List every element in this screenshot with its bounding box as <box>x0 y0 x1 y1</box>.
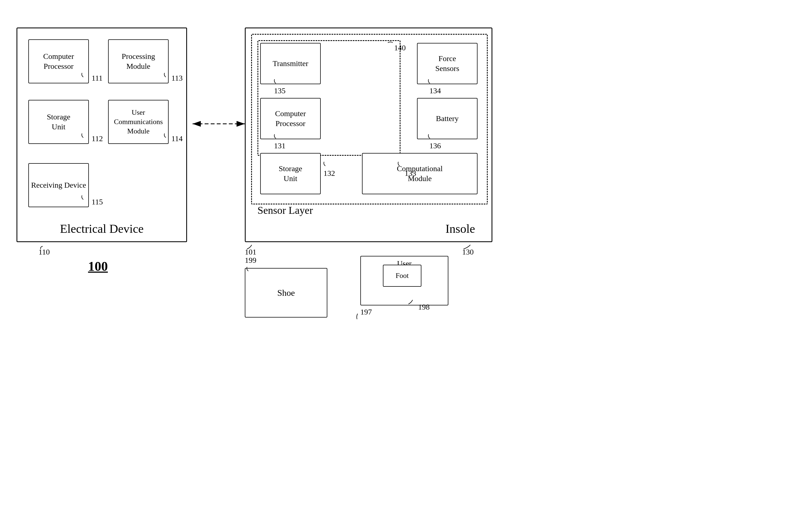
shoe-section: 199 Shoe <box>245 256 327 317</box>
user-inner-box: Foot <box>383 265 422 287</box>
user-outer-ref: 198 <box>418 303 430 312</box>
ed-user-comm-module-label: User Communications Module <box>114 108 163 136</box>
ed-computer-processor-ref: 111 <box>92 74 103 82</box>
il-storage-unit-ref: 132 <box>323 169 335 178</box>
sensor-layer-box: Transmitter 135 Force Sensors 134 Comput… <box>251 34 488 205</box>
il-battery-label: Battery <box>436 114 459 123</box>
sensor-layer-label: Sensor Layer <box>258 204 313 216</box>
il-computational-module-label: Computational Module <box>397 164 443 184</box>
shoe-label: Shoe <box>277 288 295 298</box>
ed-storage-unit-box: Storage Unit <box>28 100 89 144</box>
il-force-sensors-box: Force Sensors <box>417 43 477 84</box>
il-transmitter-label: Transmitter <box>273 59 308 69</box>
ed-storage-unit-ref: 112 <box>92 134 103 143</box>
bottom-section: 199 Shoe User Foot 197 <box>245 256 448 317</box>
il-computer-processor-box: Computer Processor <box>260 98 321 139</box>
ed-computer-processor-box: Computer Processor <box>28 39 89 84</box>
il-transmitter-ref: 135 <box>274 86 286 95</box>
shoe-ref: 199 <box>245 256 256 265</box>
electrical-device-label: Electrical Device <box>60 222 143 236</box>
shoe-box: Shoe <box>245 268 327 317</box>
il-computational-module-ref: 133 <box>404 169 416 178</box>
il-computer-processor-ref: 131 <box>274 141 286 150</box>
il-computer-processor-label: Computer Processor <box>275 109 306 129</box>
il-storage-unit-box: Storage Unit <box>260 153 321 194</box>
user-inner-ref: 197 <box>360 308 372 316</box>
ed-receiving-device-ref: 115 <box>92 198 103 206</box>
il-transmitter-box: Transmitter <box>260 43 321 84</box>
ed-receiving-device-label: Receiving Device <box>31 180 86 190</box>
il-storage-unit-label: Storage Unit <box>279 164 302 184</box>
il-force-sensors-label: Force Sensors <box>435 54 459 74</box>
ed-processing-module-label: Processing Module <box>122 51 155 72</box>
ed-storage-unit-label: Storage Unit <box>47 112 71 132</box>
user-outer-box: User Foot <box>360 256 448 305</box>
ed-user-comm-module-ref: 114 <box>171 134 183 143</box>
ed-processing-module-ref: 113 <box>171 74 183 82</box>
sensor-layer-ref: 140 <box>394 44 406 52</box>
user-section: User Foot 197 <box>360 256 448 317</box>
insole-ref: 130 <box>462 247 474 256</box>
ed-user-comm-module-box: User Communications Module <box>108 100 169 144</box>
insole-inner-ref: 101 <box>245 247 256 256</box>
insole-label: Insole <box>445 222 475 236</box>
insole-box: Transmitter 135 Force Sensors 134 Comput… <box>245 28 492 242</box>
electrical-device-ref: 110 <box>39 247 50 256</box>
electrical-device-box: Computer Processor 111 Processing Module… <box>16 28 187 242</box>
ed-processing-module-box: Processing Module <box>108 39 169 84</box>
il-battery-ref: 136 <box>429 141 441 150</box>
il-battery-box: Battery <box>417 98 477 139</box>
user-inner-label: Foot <box>396 272 409 280</box>
il-force-sensors-ref: 134 <box>429 86 441 95</box>
ed-computer-processor-label: Computer Processor <box>43 51 74 72</box>
il-computational-module-box: Computational Module <box>362 153 477 194</box>
diagram-title: 100 <box>88 259 108 274</box>
ed-receiving-device-box: Receiving Device <box>28 163 89 207</box>
